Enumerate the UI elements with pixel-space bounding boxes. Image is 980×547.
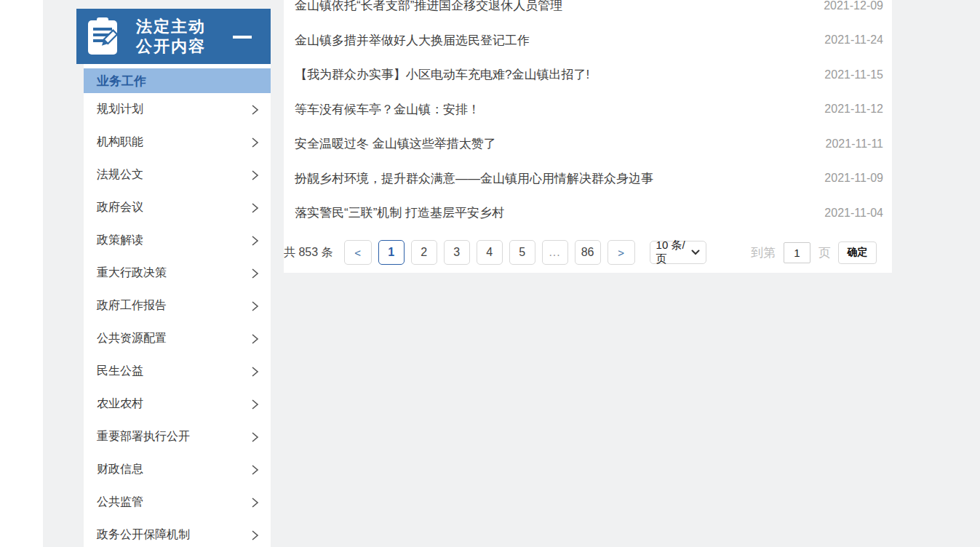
- sidebar-item-9[interactable]: 农业农村: [84, 388, 271, 420]
- page-ellipsis-button[interactable]: ...: [542, 240, 568, 265]
- news-row[interactable]: 落实警民“三联”机制 打造基层平安乡村 2021-11-04: [284, 196, 892, 231]
- sidebar-item-10[interactable]: 重要部署执行公开: [84, 420, 271, 453]
- news-row[interactable]: 金山镇多措并举做好人大换届选民登记工作 2021-11-24: [284, 23, 892, 58]
- page-size-value: 10 条/页: [656, 239, 691, 266]
- page-size-select[interactable]: 10 条/页: [650, 241, 706, 264]
- chevron-right-icon: [250, 268, 259, 279]
- chevron-right-icon: [250, 431, 259, 443]
- news-row[interactable]: 扮靓乡村环境，提升群众满意——金山镇用心用情解决群众身边事 2021-11-09: [284, 161, 892, 196]
- sidebar-item-label: 政策解读: [97, 233, 143, 248]
- chevron-down-icon: [691, 249, 700, 255]
- sidebar-title: 法定主动 公开内容: [136, 17, 206, 56]
- sidebar-item-label: 机构职能: [97, 135, 143, 150]
- sidebar-item-label: 农业农村: [97, 396, 143, 412]
- news-title-link[interactable]: 落实警民“三联”机制 打造基层平安乡村: [295, 204, 810, 221]
- sidebar-item-active[interactable]: 业务工作: [84, 68, 271, 93]
- sidebar-item-1[interactable]: 机构职能: [84, 126, 271, 159]
- page-button-86[interactable]: 86: [575, 240, 601, 265]
- chevron-right-icon: [250, 169, 259, 181]
- sidebar-item-7[interactable]: 公共资源配置: [84, 322, 271, 355]
- sidebar-item-4[interactable]: 政策解读: [84, 224, 271, 257]
- chevron-right-icon: [250, 464, 259, 476]
- sidebar-title-line1: 法定主动: [136, 17, 206, 36]
- chevron-right-icon: [250, 235, 259, 247]
- sidebar-item-6[interactable]: 政府工作报告: [84, 290, 271, 322]
- sidebar-item-12[interactable]: 公共监管: [84, 486, 271, 519]
- sidebar-item-label: 规划计划: [97, 102, 143, 117]
- news-row[interactable]: 等车没有候车亭？金山镇：安排！ 2021-11-12: [284, 92, 892, 127]
- chevron-right-icon: [250, 366, 259, 378]
- sidebar-item-0[interactable]: 规划计划: [84, 93, 271, 126]
- sidebar-item-label: 重大行政决策: [97, 265, 167, 281]
- sidebar-title-line2: 公开内容: [136, 36, 206, 56]
- page-button-1[interactable]: 1: [378, 240, 405, 265]
- sidebar-item-label: 政府会议: [97, 200, 143, 215]
- news-date: 2021-11-09: [824, 172, 883, 185]
- minus-collapse-icon[interactable]: [233, 36, 252, 39]
- news-row[interactable]: 【我为群众办实事】小区电动车充电难?金山镇出招了! 2021-11-15: [284, 57, 892, 92]
- chevron-right-icon: [250, 333, 259, 345]
- chevron-right-icon: [250, 497, 259, 508]
- news-date: 2021-11-24: [824, 33, 883, 47]
- goto-page-input[interactable]: [784, 242, 810, 263]
- chevron-right-icon: [250, 104, 259, 116]
- news-title-link[interactable]: 【我为群众办实事】小区电动车充电难?金山镇出招了!: [295, 66, 810, 83]
- news-title-link[interactable]: 安全温暖过冬 金山镇这些举措太赞了: [295, 135, 811, 152]
- news-row[interactable]: 金山镇依托“长者支部”推进国企移交退休人员管理 2021-12-09: [284, 0, 892, 23]
- sidebar: 法定主动 公开内容 业务工作 规划计划 机构职能 法规公文 政府会议 政策解读: [76, 9, 271, 547]
- news-date: 2021-11-12: [824, 103, 883, 116]
- prev-page-button[interactable]: <: [344, 240, 372, 265]
- news-date: 2021-11-11: [826, 137, 883, 151]
- sidebar-item-13[interactable]: 政务公开保障机制: [84, 519, 271, 547]
- news-list: 金山镇依托“长者支部”推进国企移交退休人员管理 2021-12-09 金山镇多措…: [284, 0, 892, 231]
- sidebar-item-8[interactable]: 民生公益: [84, 355, 271, 388]
- news-date: 2021-11-04: [824, 207, 883, 220]
- sidebar-menu: 业务工作 规划计划 机构职能 法规公文 政府会议 政策解读 重大行政决策 政府工…: [84, 64, 271, 547]
- page-button-5[interactable]: 5: [509, 240, 535, 265]
- clipboard-edit-icon: [86, 17, 119, 58]
- news-title-link[interactable]: 金山镇多措并举做好人大换届选民登记工作: [295, 32, 810, 49]
- sidebar-item-11[interactable]: 财政信息: [84, 453, 271, 486]
- left-white-strip: [0, 0, 43, 547]
- goto-page-group: 到第 页 确定: [751, 241, 877, 264]
- sidebar-item-label: 民生公益: [97, 364, 143, 379]
- pagination-bar: 共 853 条 < 1 2 3 4 5 ... 86 > 10 条/页 到第 页…: [284, 240, 892, 265]
- page-button-2[interactable]: 2: [411, 240, 437, 265]
- chevron-right-icon: [250, 202, 259, 214]
- sidebar-item-label: 公共监管: [97, 495, 143, 510]
- chevron-right-icon: [250, 300, 259, 312]
- sidebar-header: 法定主动 公开内容: [76, 9, 271, 64]
- sidebar-item-5[interactable]: 重大行政决策: [84, 257, 271, 290]
- page-button-3[interactable]: 3: [444, 240, 470, 265]
- chevron-right-icon: [250, 137, 259, 148]
- next-page-button[interactable]: >: [607, 240, 635, 265]
- sidebar-item-label: 政府工作报告: [97, 298, 167, 314]
- page-button-4[interactable]: 4: [477, 240, 503, 265]
- sidebar-item-3[interactable]: 政府会议: [84, 191, 271, 224]
- sidebar-item-label: 财政信息: [97, 462, 143, 477]
- total-count-label: 共 853 条: [284, 245, 333, 260]
- news-date: 2021-12-09: [824, 0, 883, 12]
- goto-suffix-label: 页: [818, 244, 831, 261]
- sidebar-item-label: 业务工作: [97, 73, 146, 89]
- chevron-right-icon: [250, 530, 259, 541]
- news-date: 2021-11-15: [824, 68, 883, 81]
- chevron-right-icon: [250, 399, 259, 410]
- confirm-button[interactable]: 确定: [838, 241, 877, 264]
- news-title-link[interactable]: 等车没有候车亭？金山镇：安排！: [295, 101, 810, 118]
- news-title-link[interactable]: 金山镇依托“长者支部”推进国企移交退休人员管理: [295, 0, 809, 14]
- news-row[interactable]: 安全温暖过冬 金山镇这些举措太赞了 2021-11-11: [284, 127, 892, 161]
- sidebar-item-label: 法规公文: [97, 167, 143, 183]
- news-panel: 金山镇依托“长者支部”推进国企移交退休人员管理 2021-12-09 金山镇多措…: [284, 0, 892, 273]
- sidebar-item-2[interactable]: 法规公文: [84, 159, 271, 191]
- sidebar-item-label: 公共资源配置: [97, 331, 167, 346]
- news-title-link[interactable]: 扮靓乡村环境，提升群众满意——金山镇用心用情解决群众身边事: [295, 170, 810, 187]
- sidebar-item-label: 重要部署执行公开: [97, 429, 190, 444]
- sidebar-item-label: 政务公开保障机制: [97, 527, 190, 543]
- goto-prefix-label: 到第: [751, 244, 776, 261]
